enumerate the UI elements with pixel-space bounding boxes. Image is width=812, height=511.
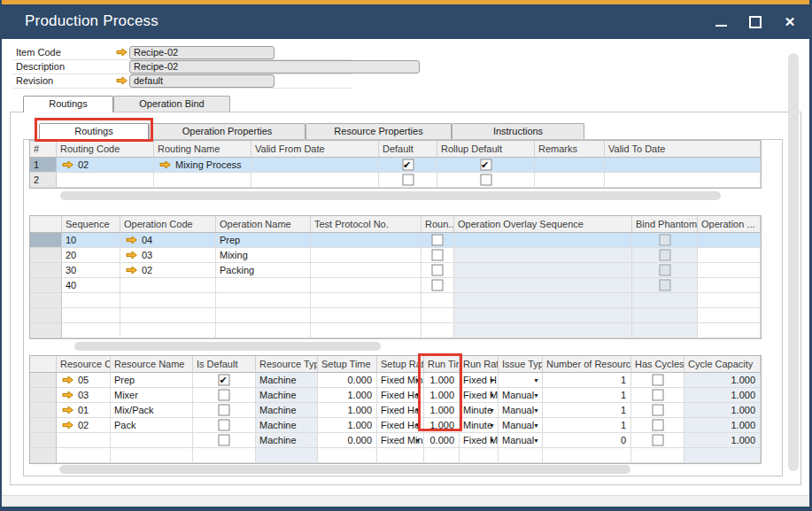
checkbox[interactable] [402, 159, 414, 171]
dropdown-arrow-icon[interactable]: ▼ [533, 404, 539, 417]
cell-default[interactable] [379, 173, 437, 188]
cell-operation-code[interactable]: 03 [120, 248, 216, 263]
cell-resource-name[interactable] [111, 448, 193, 463]
window-vertical-scrollbar[interactable] [788, 53, 799, 471]
cell-operation-code[interactable] [120, 323, 216, 338]
dropdown-arrow-icon[interactable]: ▼ [414, 419, 421, 432]
cell-resource-code[interactable] [57, 448, 111, 463]
cell-is-default[interactable] [193, 418, 256, 433]
checkbox[interactable] [652, 435, 663, 446]
tab-instructions[interactable]: Instructions [452, 123, 584, 139]
cell-round[interactable] [421, 233, 454, 248]
table-row[interactable]: 1004Prep [30, 233, 761, 248]
dropdown-arrow-icon[interactable]: ▼ [533, 374, 539, 387]
cell-valid-from-date[interactable] [251, 173, 379, 188]
cell-setup-time[interactable] [318, 448, 377, 463]
cell-test-protocol-no[interactable] [311, 248, 421, 263]
cell-sequence[interactable]: 20 [62, 248, 120, 263]
cell-is-default[interactable] [193, 433, 256, 448]
dropdown-arrow-icon[interactable]: ▼ [489, 404, 495, 417]
cell-run-rate[interactable]: Fixed M▼ [460, 433, 499, 448]
cell-routing-code[interactable] [57, 173, 154, 188]
revision-field[interactable]: default [129, 74, 275, 88]
table-row[interactable]: 2 [30, 173, 761, 188]
cell-is-default[interactable] [193, 373, 256, 388]
cell-round[interactable] [421, 263, 454, 278]
link-arrow-icon[interactable] [159, 160, 171, 169]
link-arrow-icon[interactable] [62, 421, 73, 430]
cell-has-cycles[interactable] [631, 388, 684, 403]
cell-test-protocol-no[interactable] [311, 278, 421, 293]
cell-resource-code[interactable]: 05 [57, 373, 111, 388]
table-row[interactable]: 03MixerMachine1.000Fixed Ho▼1.000Fixed M… [30, 388, 761, 403]
cell-number-of-resources[interactable]: 1 [543, 418, 631, 433]
cell-test-protocol-no[interactable] [311, 323, 421, 338]
cell-run-rate[interactable] [460, 448, 499, 463]
cell-routing-name[interactable] [154, 173, 251, 188]
cell-resource-name[interactable] [111, 433, 193, 448]
checkbox[interactable] [432, 280, 444, 291]
dropdown-arrow-icon[interactable]: ▼ [533, 389, 539, 402]
cell-operation-extra[interactable] [698, 293, 761, 308]
checkbox[interactable] [219, 420, 230, 431]
cell-operation-name[interactable] [216, 278, 311, 293]
resources-horizontal-scrollbar[interactable] [59, 465, 630, 474]
table-row[interactable]: 02PackMachine1.000Fixed Ho▼1.000Minute▼M… [30, 418, 761, 433]
cell-number-of-resources[interactable]: 1 [543, 403, 631, 418]
row-selector[interactable] [30, 323, 62, 338]
cell-setup-rate[interactable]: Fixed Min▼ [377, 373, 424, 388]
cell-resource-name[interactable]: Pack [111, 418, 193, 433]
cell-issue-type[interactable]: Manual▼ [499, 433, 543, 448]
cell-operation-extra[interactable] [698, 308, 761, 323]
row-selector[interactable] [30, 233, 62, 248]
dropdown-arrow-icon[interactable]: ▼ [414, 434, 421, 447]
cell-setup-time[interactable]: 1.000 [318, 403, 377, 418]
table-row[interactable]: 01Mix/PackMachine1.000Fixed Ho▼1.000Minu… [30, 403, 761, 418]
checkbox[interactable] [219, 375, 230, 386]
link-arrow-icon[interactable] [116, 76, 128, 85]
cell-run-time[interactable]: 1.000 [424, 403, 460, 418]
dropdown-arrow-icon[interactable]: ▼ [414, 404, 421, 417]
cell-valid-from-date[interactable] [251, 158, 379, 173]
cell-operation-name[interactable]: Mixing [216, 248, 311, 263]
link-arrow-icon[interactable] [62, 406, 73, 414]
table-row[interactable]: 102Mixing Process [30, 158, 761, 173]
cell-resource-code[interactable]: 03 [57, 388, 111, 403]
cell-setup-time[interactable]: 1.000 [318, 388, 377, 403]
cell-operation-extra[interactable] [698, 278, 761, 293]
description-field[interactable]: Recipe-02 [129, 60, 420, 74]
tab-resource-properties[interactable]: Resource Properties [305, 123, 452, 139]
cell-is-default[interactable] [193, 388, 256, 403]
cell-operation-name[interactable] [216, 323, 311, 338]
cell-run-time[interactable] [424, 448, 460, 463]
cell-operation-name[interactable] [216, 308, 311, 323]
cell-run-rate[interactable]: Fixed H▼ [460, 373, 499, 388]
link-arrow-icon[interactable] [62, 376, 73, 384]
cell-has-cycles[interactable] [631, 403, 684, 418]
cell-operation-code[interactable]: 02 [120, 263, 216, 278]
cell-setup-rate[interactable]: Fixed Ho▼ [377, 403, 424, 418]
minimize-button[interactable] [713, 12, 729, 32]
table-row[interactable]: 40 [30, 278, 761, 293]
link-arrow-icon[interactable] [62, 391, 73, 399]
cell-resource-name[interactable]: Prep [111, 373, 193, 388]
checkbox[interactable] [402, 174, 414, 186]
row-selector[interactable]: 1 [30, 158, 57, 173]
cell-setup-rate[interactable]: Fixed Ho▼ [377, 388, 424, 403]
operations-horizontal-scrollbar[interactable] [74, 342, 381, 351]
tab-operation-bind[interactable]: Operation Bind [113, 96, 230, 112]
dropdown-arrow-icon[interactable]: ▼ [533, 434, 539, 447]
cell-test-protocol-no[interactable] [311, 308, 421, 323]
cell-run-rate[interactable]: Fixed M▼ [460, 388, 499, 403]
cell-number-of-resources[interactable] [543, 448, 631, 463]
cell-operation-overlay-sequence[interactable] [454, 233, 632, 248]
cell-operation-name[interactable]: Prep [216, 233, 311, 248]
table-row[interactable]: 3002Packing [30, 263, 761, 278]
tab-routings[interactable]: Routings [23, 96, 113, 112]
row-selector[interactable] [30, 293, 62, 308]
checkbox[interactable] [219, 405, 230, 416]
dropdown-arrow-icon[interactable]: ▼ [489, 419, 495, 432]
row-selector[interactable] [30, 278, 62, 293]
cell-operation-code[interactable]: 04 [120, 233, 216, 248]
cell-test-protocol-no[interactable] [311, 233, 421, 248]
